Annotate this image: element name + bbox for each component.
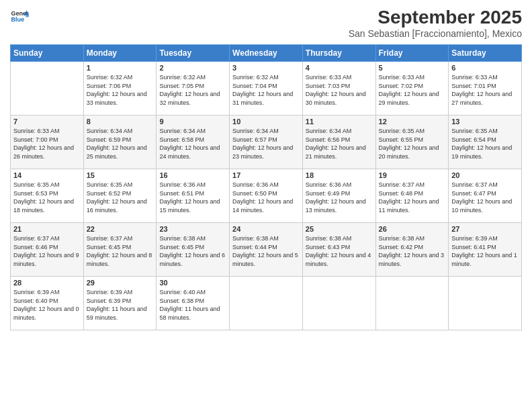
calendar-cell: 29 Sunrise: 6:39 AMSunset: 6:39 PMDaylig… (83, 277, 157, 330)
header-monday: Monday (83, 45, 157, 62)
day-number: 15 (87, 171, 154, 179)
calendar-cell: 26 Sunrise: 6:38 AMSunset: 6:42 PMDaylig… (375, 223, 449, 277)
subtitle: San Sebastian [Fraccionamiento], Mexico (349, 28, 522, 39)
calendar-cell: 23 Sunrise: 6:38 AMSunset: 6:45 PMDaylig… (157, 223, 230, 277)
day-number: 16 (159, 171, 226, 179)
calendar-cell: 21 Sunrise: 6:37 AMSunset: 6:46 PMDaylig… (11, 223, 84, 277)
header-thursday: Thursday (302, 45, 375, 62)
calendar-week-3: 21 Sunrise: 6:37 AMSunset: 6:46 PMDaylig… (11, 223, 522, 277)
page: General Blue September 2025 San Sebastia… (0, 0, 532, 411)
day-info: Sunrise: 6:35 AMSunset: 6:53 PMDaylight:… (13, 181, 74, 214)
day-number: 1 (87, 64, 154, 72)
day-info: Sunrise: 6:36 AMSunset: 6:49 PMDaylight:… (306, 181, 366, 214)
calendar-cell: 8 Sunrise: 6:34 AMSunset: 6:59 PMDayligh… (83, 116, 157, 169)
calendar-cell (449, 277, 522, 330)
day-number: 14 (13, 171, 81, 179)
calendar-cell (302, 277, 375, 330)
day-number: 17 (232, 171, 300, 179)
calendar-cell: 11 Sunrise: 6:34 AMSunset: 6:56 PMDaylig… (302, 116, 375, 169)
day-info: Sunrise: 6:37 AMSunset: 6:48 PMDaylight:… (379, 181, 439, 214)
day-number: 7 (13, 118, 81, 126)
day-info: Sunrise: 6:32 AMSunset: 7:06 PMDaylight:… (87, 74, 147, 106)
calendar-cell: 20 Sunrise: 6:37 AMSunset: 6:47 PMDaylig… (449, 169, 522, 223)
day-info: Sunrise: 6:32 AMSunset: 7:04 PMDaylight:… (232, 74, 293, 106)
calendar-cell (375, 277, 449, 330)
day-number: 19 (379, 171, 446, 179)
day-info: Sunrise: 6:33 AMSunset: 7:00 PMDaylight:… (13, 128, 74, 160)
calendar-cell: 3 Sunrise: 6:32 AMSunset: 7:04 PMDayligh… (230, 62, 303, 116)
calendar-week-4: 28 Sunrise: 6:39 AMSunset: 6:40 PMDaylig… (11, 277, 522, 330)
day-number: 4 (306, 64, 373, 72)
day-info: Sunrise: 6:36 AMSunset: 6:50 PMDaylight:… (232, 181, 293, 214)
calendar-cell: 7 Sunrise: 6:33 AMSunset: 7:00 PMDayligh… (11, 116, 84, 169)
calendar-cell: 25 Sunrise: 6:38 AMSunset: 6:43 PMDaylig… (302, 223, 375, 277)
header: General Blue September 2025 San Sebastia… (10, 7, 522, 39)
day-number: 23 (159, 225, 226, 233)
day-info: Sunrise: 6:37 AMSunset: 6:47 PMDaylight:… (451, 181, 512, 214)
calendar-cell: 12 Sunrise: 6:35 AMSunset: 6:55 PMDaylig… (375, 116, 449, 169)
day-number: 30 (159, 279, 226, 287)
day-number: 20 (451, 171, 519, 179)
day-info: Sunrise: 6:34 AMSunset: 6:57 PMDaylight:… (232, 128, 293, 160)
calendar-week-1: 7 Sunrise: 6:33 AMSunset: 7:00 PMDayligh… (11, 116, 522, 169)
day-number: 2 (159, 64, 226, 72)
day-info: Sunrise: 6:34 AMSunset: 6:58 PMDaylight:… (159, 128, 220, 160)
calendar-cell: 5 Sunrise: 6:33 AMSunset: 7:02 PMDayligh… (375, 62, 449, 116)
day-number: 10 (232, 118, 300, 126)
calendar-cell (230, 277, 303, 330)
day-number: 13 (451, 118, 519, 126)
calendar-table: Sunday Monday Tuesday Wednesday Thursday… (10, 44, 522, 330)
day-info: Sunrise: 6:33 AMSunset: 7:03 PMDaylight:… (306, 74, 366, 106)
day-info: Sunrise: 6:35 AMSunset: 6:54 PMDaylight:… (451, 128, 512, 160)
calendar-cell: 1 Sunrise: 6:32 AMSunset: 7:06 PMDayligh… (83, 62, 157, 116)
calendar-cell: 14 Sunrise: 6:35 AMSunset: 6:53 PMDaylig… (11, 169, 84, 223)
day-info: Sunrise: 6:33 AMSunset: 7:01 PMDaylight:… (451, 74, 512, 106)
day-number: 29 (87, 279, 154, 287)
header-friday: Friday (375, 45, 449, 62)
day-number: 18 (306, 171, 373, 179)
day-info: Sunrise: 6:39 AMSunset: 6:41 PMDaylight:… (451, 235, 517, 267)
calendar-cell: 18 Sunrise: 6:36 AMSunset: 6:49 PMDaylig… (302, 169, 375, 223)
day-info: Sunrise: 6:33 AMSunset: 7:02 PMDaylight:… (379, 74, 439, 106)
calendar-cell: 2 Sunrise: 6:32 AMSunset: 7:05 PMDayligh… (157, 62, 230, 116)
day-number: 21 (13, 225, 81, 233)
calendar-cell: 27 Sunrise: 6:39 AMSunset: 6:41 PMDaylig… (449, 223, 522, 277)
day-info: Sunrise: 6:34 AMSunset: 6:59 PMDaylight:… (87, 128, 147, 160)
title-block: September 2025 San Sebastian [Fraccionam… (349, 7, 522, 39)
day-info: Sunrise: 6:37 AMSunset: 6:45 PMDaylight:… (87, 235, 152, 267)
calendar-week-2: 14 Sunrise: 6:35 AMSunset: 6:53 PMDaylig… (11, 169, 522, 223)
calendar-cell (11, 62, 84, 116)
day-info: Sunrise: 6:40 AMSunset: 6:38 PMDaylight:… (159, 289, 220, 321)
calendar-cell: 19 Sunrise: 6:37 AMSunset: 6:48 PMDaylig… (375, 169, 449, 223)
day-info: Sunrise: 6:37 AMSunset: 6:46 PMDaylight:… (13, 235, 79, 267)
day-info: Sunrise: 6:39 AMSunset: 6:40 PMDaylight:… (13, 289, 79, 321)
day-info: Sunrise: 6:38 AMSunset: 6:44 PMDaylight:… (232, 235, 298, 267)
day-info: Sunrise: 6:35 AMSunset: 6:55 PMDaylight:… (379, 128, 439, 160)
day-number: 8 (87, 118, 154, 126)
calendar-cell: 6 Sunrise: 6:33 AMSunset: 7:01 PMDayligh… (449, 62, 522, 116)
day-info: Sunrise: 6:34 AMSunset: 6:56 PMDaylight:… (306, 128, 366, 160)
day-number: 26 (379, 225, 446, 233)
calendar-cell: 17 Sunrise: 6:36 AMSunset: 6:50 PMDaylig… (230, 169, 303, 223)
calendar-cell: 24 Sunrise: 6:38 AMSunset: 6:44 PMDaylig… (230, 223, 303, 277)
svg-text:Blue: Blue (11, 16, 24, 23)
header-tuesday: Tuesday (157, 45, 230, 62)
day-number: 24 (232, 225, 300, 233)
day-number: 25 (306, 225, 373, 233)
calendar-cell: 16 Sunrise: 6:36 AMSunset: 6:51 PMDaylig… (157, 169, 230, 223)
calendar-week-0: 1 Sunrise: 6:32 AMSunset: 7:06 PMDayligh… (11, 62, 522, 116)
day-info: Sunrise: 6:38 AMSunset: 6:42 PMDaylight:… (379, 235, 445, 267)
calendar-cell: 15 Sunrise: 6:35 AMSunset: 6:52 PMDaylig… (83, 169, 157, 223)
day-info: Sunrise: 6:38 AMSunset: 6:43 PMDaylight:… (306, 235, 371, 267)
day-info: Sunrise: 6:36 AMSunset: 6:51 PMDaylight:… (159, 181, 220, 214)
calendar-cell: 4 Sunrise: 6:33 AMSunset: 7:03 PMDayligh… (302, 62, 375, 116)
logo: General Blue (10, 7, 29, 26)
day-number: 27 (451, 225, 519, 233)
calendar-cell: 22 Sunrise: 6:37 AMSunset: 6:45 PMDaylig… (83, 223, 157, 277)
day-info: Sunrise: 6:35 AMSunset: 6:52 PMDaylight:… (87, 181, 147, 214)
day-number: 9 (159, 118, 226, 126)
header-sunday: Sunday (11, 45, 84, 62)
day-info: Sunrise: 6:38 AMSunset: 6:45 PMDaylight:… (159, 235, 225, 267)
main-title: September 2025 (349, 7, 522, 28)
day-number: 5 (379, 64, 446, 72)
